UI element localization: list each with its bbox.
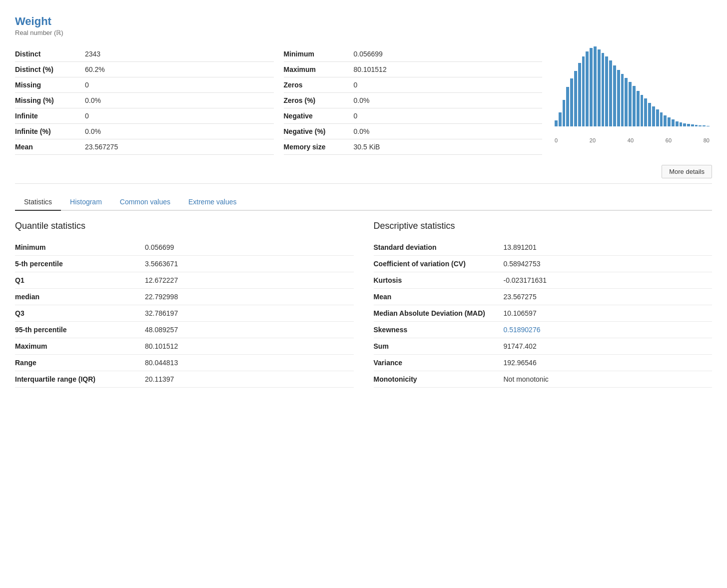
descriptive-stat-row: Standard deviation13.891201 xyxy=(374,239,713,256)
histogram-bar xyxy=(566,87,569,126)
summary-right-row: Zeros0 xyxy=(284,77,543,93)
histogram-bar xyxy=(687,124,690,126)
quantile-stat-value: 0.056699 xyxy=(145,243,174,251)
histogram-x-label: 20 xyxy=(590,137,596,143)
histogram-bar xyxy=(644,98,647,126)
descriptive-stat-value: -0.023171631 xyxy=(504,276,547,284)
quantile-stat-row: 95-th percentile48.089257 xyxy=(15,322,354,338)
histogram-bar xyxy=(609,60,612,126)
histogram-bar xyxy=(637,91,640,126)
histogram-bar xyxy=(672,119,675,126)
descriptive-stat-value: 192.96546 xyxy=(504,359,537,367)
histogram-bar xyxy=(594,46,597,126)
summary-left-row: Missing0 xyxy=(15,77,274,93)
histogram-bar xyxy=(641,95,644,126)
summary-right-row: Maximum80.101512 xyxy=(284,62,543,77)
stat-label: Minimum xyxy=(284,46,354,62)
summary-right-row: Zeros (%)0.0% xyxy=(284,93,543,108)
quantile-stat-value: 80.044813 xyxy=(145,359,178,367)
quantile-stat-row: Maximum80.101512 xyxy=(15,338,354,355)
histogram-bar xyxy=(699,125,702,126)
summary-right-row: Negative (%)0.0% xyxy=(284,124,543,139)
tab-extreme-values[interactable]: Extreme values xyxy=(179,194,245,210)
descriptive-stat-label: Coefficient of variation (CV) xyxy=(374,260,504,268)
quantile-stat-label: median xyxy=(15,293,145,301)
quantile-stat-value: 12.672227 xyxy=(145,276,178,284)
descriptive-stat-label: Standard deviation xyxy=(374,243,504,251)
histogram-x-label: 0 xyxy=(555,137,558,143)
quantile-stat-value: 22.792998 xyxy=(145,293,178,301)
descriptive-stat-row: Sum91747.402 xyxy=(374,338,713,355)
descriptive-stat-row: Skewness0.51890276 xyxy=(374,322,713,338)
quantile-stat-value: 20.11397 xyxy=(145,375,174,383)
histogram-bar xyxy=(695,125,698,126)
quantile-stat-row: Q332.786197 xyxy=(15,305,354,322)
summary-right-row: Minimum0.056699 xyxy=(284,46,543,62)
descriptive-stat-value: 0.58942753 xyxy=(504,260,541,268)
descriptive-stat-row: MonotonicityNot monotonic xyxy=(374,371,713,388)
stat-value: 0.056699 xyxy=(354,46,543,62)
quantile-stat-value: 80.101512 xyxy=(145,342,178,350)
tabs-row: StatisticsHistogramCommon valuesExtreme … xyxy=(15,194,712,211)
tab-common-values[interactable]: Common values xyxy=(111,194,179,210)
histogram-bar xyxy=(570,78,573,126)
tab-histogram[interactable]: Histogram xyxy=(61,194,111,210)
quantile-stat-label: Q1 xyxy=(15,276,145,284)
histogram-bar xyxy=(703,125,706,126)
descriptive-stat-row: Mean23.567275 xyxy=(374,289,713,305)
summary-left-row: Infinite0 xyxy=(15,108,274,124)
descriptive-stat-value: 13.891201 xyxy=(504,243,537,251)
descriptive-stat-label: Variance xyxy=(374,359,504,367)
histogram-bar xyxy=(605,56,608,126)
histogram-bar xyxy=(668,117,671,126)
quantile-stat-label: Interquartile range (IQR) xyxy=(15,375,145,383)
descriptive-stat-value[interactable]: 0.51890276 xyxy=(504,326,541,334)
histogram-bar xyxy=(652,106,655,127)
tab-statistics[interactable]: Statistics xyxy=(15,194,61,211)
stat-label: Missing (%) xyxy=(15,93,85,108)
quantile-stat-value: 3.5663671 xyxy=(145,260,178,268)
stat-label: Negative (%) xyxy=(284,124,354,139)
histogram-x-axis: 020406080 xyxy=(555,137,710,143)
histogram-bar xyxy=(691,124,694,126)
summary-left-row: Distinct (%)60.2% xyxy=(15,62,274,77)
descriptive-stat-value: Not monotonic xyxy=(504,375,549,383)
stat-value: 60.2% xyxy=(85,62,274,77)
histogram-bar xyxy=(625,78,628,126)
descriptive-stat-row: Variance192.96546 xyxy=(374,355,713,371)
histogram-bar xyxy=(555,120,558,126)
stat-value: 80.101512 xyxy=(354,62,543,77)
quantile-stat-value: 48.089257 xyxy=(145,326,178,334)
descriptive-title: Descriptive statistics xyxy=(374,221,713,231)
stat-label: Memory size xyxy=(284,139,354,155)
histogram-x-label: 60 xyxy=(666,137,672,143)
descriptive-stat-value: 91747.402 xyxy=(504,342,537,350)
descriptive-stat-label: Mean xyxy=(374,293,504,301)
quantile-stat-label: Minimum xyxy=(15,243,145,251)
histogram-bar xyxy=(602,53,605,126)
stat-label: Maximum xyxy=(284,62,354,77)
histogram-bar xyxy=(656,109,659,126)
quantile-stat-row: Q112.672227 xyxy=(15,272,354,289)
histogram-bar xyxy=(683,123,686,126)
stat-value: 2343 xyxy=(85,46,274,62)
quantile-title: Quantile statistics xyxy=(15,221,354,231)
descriptive-stat-label: Skewness xyxy=(374,326,504,334)
summary-left-row: Infinite (%)0.0% xyxy=(15,124,274,139)
histogram-x-label: 40 xyxy=(628,137,634,143)
histogram-bar xyxy=(629,82,632,126)
summary-left-row: Missing (%)0.0% xyxy=(15,93,274,108)
more-details-button[interactable]: More details xyxy=(662,165,712,178)
histogram-x-label: 80 xyxy=(704,137,710,143)
stat-value: 0.0% xyxy=(85,124,274,139)
stat-value: 0 xyxy=(85,108,274,124)
histogram-bar xyxy=(563,100,566,126)
histogram-bar xyxy=(680,122,683,126)
descriptive-statistics-section: Descriptive statistics Standard deviatio… xyxy=(374,221,713,388)
histogram-bar xyxy=(676,121,679,126)
histogram-bar xyxy=(633,86,636,126)
stat-label: Infinite xyxy=(15,108,85,124)
histogram-bar xyxy=(648,103,651,126)
histogram-bar xyxy=(617,70,620,126)
histogram-bar xyxy=(590,48,593,126)
